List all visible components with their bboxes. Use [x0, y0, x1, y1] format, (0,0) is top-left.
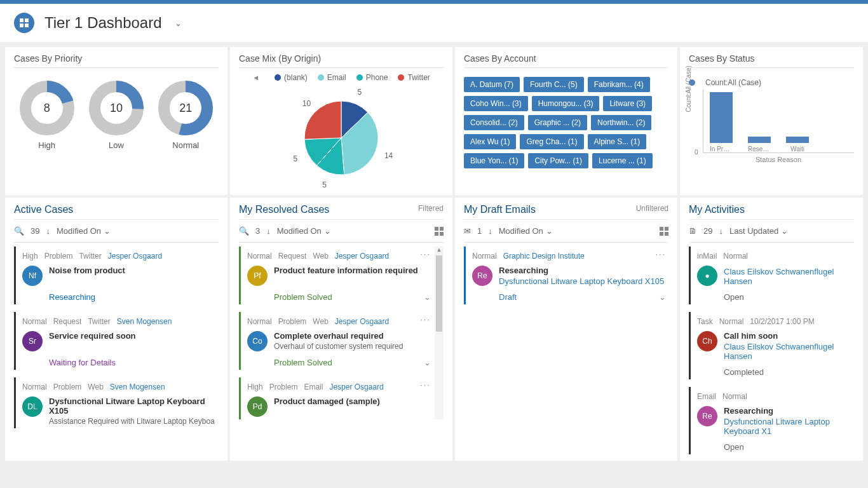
legend-item[interactable]: Email — [318, 73, 346, 82]
item-title: Dysfunctional Litware Laptop Keyboard X1… — [49, 396, 216, 416]
account-tag[interactable]: Greg Cha... (1) — [520, 134, 583, 149]
status-bar[interactable]: Researc... — [748, 137, 771, 152]
item-title: Service required soon — [49, 331, 216, 341]
filter-state[interactable]: Filtered — [418, 204, 444, 213]
view-toggle-icon[interactable] — [660, 227, 668, 236]
list-item[interactable]: ··· NormalProblemWebJesper Osgaard Co Co… — [239, 312, 433, 370]
active-cases-card: Active Cases 🔍 39 ↓ Modified On ⌄ HighPr… — [5, 198, 227, 461]
account-tag[interactable]: Northwin... (2) — [591, 115, 651, 130]
item-meta: NormalRequestWebJesper Osgaard — [247, 252, 431, 261]
more-icon[interactable]: ··· — [655, 249, 666, 259]
more-icon[interactable]: ··· — [420, 380, 431, 390]
account-tag[interactable]: Litware (3) — [603, 96, 652, 111]
chevron-down-icon: ⌄ — [324, 226, 331, 236]
y-axis-label: Count:All (Case) — [685, 65, 692, 112]
sort-field[interactable]: Modified On ⌄ — [277, 226, 331, 236]
owner-link[interactable]: Jesper Osgaard — [335, 252, 389, 261]
item-meta: HighProblemTwitterJesper Osgaard — [22, 252, 216, 261]
item-link[interactable]: Dysfunctional Litware Laptop Keyboard X1… — [499, 276, 666, 286]
account-tag[interactable]: Fabrikam... (4) — [588, 77, 650, 92]
owner-link[interactable]: Sven Mogensen — [117, 317, 172, 326]
account-tag[interactable]: City Pow... (1) — [528, 153, 588, 168]
item-subtitle: Overhaul of customer system required — [274, 342, 431, 351]
sort-direction-icon[interactable]: ↓ — [46, 226, 50, 236]
card-title: Cases By Account — [464, 53, 668, 68]
list-title[interactable]: My Resolved CasesFiltered — [239, 204, 444, 219]
status-bar[interactable]: Waiti — [786, 137, 809, 152]
list-item[interactable]: NormalRequestTwitterSven Mogensen Sr Ser… — [14, 312, 219, 370]
sort-field[interactable]: Modified On ⌄ — [499, 226, 553, 236]
account-tag[interactable]: Alpine S... (1) — [588, 134, 647, 149]
item-link[interactable]: Claus Eilskov Schwanenflugel Hansen — [724, 342, 851, 361]
sort-direction-icon[interactable]: ↓ — [488, 226, 492, 236]
expand-icon[interactable]: ⌄ — [424, 292, 431, 302]
list-item[interactable]: EmailNormal Re ResearchingDysfunctional … — [689, 387, 854, 454]
owner-link[interactable]: Sven Mogensen — [110, 383, 165, 391]
owner-link[interactable]: Jesper Osgaard — [335, 317, 389, 326]
item-link[interactable]: Claus Eilskov Schwanenflugel Hansen — [724, 267, 851, 286]
donut-high[interactable]: 8High — [18, 79, 76, 150]
account-tag[interactable]: Consolid... (2) — [464, 115, 524, 130]
list-item[interactable]: HighProblemTwitterJesper Osgaard Nf Nois… — [14, 247, 219, 304]
mail-icon[interactable]: ✉ — [464, 226, 471, 236]
owner-link[interactable]: Graphic Design Institute — [503, 252, 585, 261]
list-title[interactable]: My Draft EmailsUnfiltered — [464, 204, 668, 219]
donut-normal[interactable]: 21Normal — [157, 79, 214, 150]
list-item[interactable]: ··· NormalGraphic Design Institute Re Re… — [464, 247, 668, 304]
svg-rect-2 — [20, 24, 24, 27]
owner-link[interactable]: Jesper Osgaard — [108, 252, 162, 261]
pie-chart[interactable]: 5145510 — [290, 87, 392, 189]
scrollbar-thumb[interactable] — [436, 255, 442, 332]
legend-item[interactable]: Twitter — [398, 73, 430, 82]
card-title: Cases By Status — [689, 53, 854, 68]
scroll-up-icon[interactable]: ▲ — [435, 247, 444, 253]
filter-icon[interactable]: 🔍 — [239, 226, 249, 236]
sort-direction-icon[interactable]: ↓ — [266, 226, 271, 236]
view-toggle-icon[interactable] — [435, 227, 444, 236]
expand-icon[interactable]: ⌄ — [424, 358, 431, 367]
svg-rect-3 — [25, 24, 29, 27]
page-header: Tier 1 Dashboard ⌄ — [0, 4, 868, 42]
list-item[interactable]: TaskNormal10/2/2017 1:00 PM Ch Call him … — [689, 312, 854, 379]
list-title[interactable]: Active Cases — [14, 204, 219, 219]
owner-link[interactable]: Jesper Osgaard — [329, 383, 383, 391]
item-status: Open — [724, 442, 851, 452]
item-link[interactable]: Dysfunctional Litware Laptop Keyboard X1 — [724, 417, 851, 436]
account-tag[interactable]: Coho Win... (3) — [464, 96, 528, 111]
expand-icon[interactable]: ⌄ — [659, 292, 666, 302]
legend-item[interactable]: (blank) — [275, 73, 308, 82]
sort-field[interactable]: Last Updated ⌄ — [729, 226, 788, 236]
status-bar[interactable]: In Progr... — [710, 92, 733, 152]
list-title[interactable]: My Activities — [689, 204, 854, 219]
account-tag[interactable]: Alex Wu (1) — [464, 134, 516, 149]
list-item[interactable]: inMailNormal ● Claus Eilskov Schwanenflu… — [689, 247, 854, 304]
legend-label: Count:All (Case) — [705, 78, 761, 87]
more-icon[interactable]: ··· — [420, 249, 431, 259]
svg-rect-10 — [435, 227, 438, 231]
account-tag[interactable]: A. Datum (7) — [464, 77, 520, 92]
account-tag[interactable]: Lucerne ... (1) — [592, 153, 653, 168]
legend-item[interactable]: Phone — [356, 73, 388, 82]
list-item[interactable]: ··· NormalRequestWebJesper Osgaard Pf Pr… — [239, 247, 433, 304]
dashboard-selector-chevron-icon[interactable]: ⌄ — [175, 18, 182, 28]
account-tag[interactable]: Humongou... (3) — [532, 96, 600, 111]
list-item[interactable]: ··· HighProblemEmailJesper Osgaard Pd Pr… — [239, 377, 433, 419]
list-item[interactable]: NormalProblemWebSven Mogensen DL Dysfunc… — [14, 377, 219, 428]
pie-back-icon[interactable]: ◄ — [252, 74, 259, 81]
avatar: Nf — [22, 266, 43, 286]
account-tag[interactable]: Graphic ... (2) — [528, 115, 587, 130]
more-icon[interactable]: ··· — [420, 315, 431, 324]
activity-icon[interactable]: 🗎 — [689, 226, 697, 236]
scrollbar[interactable]: ▲ — [435, 247, 444, 419]
sort-direction-icon[interactable]: ↓ — [719, 226, 723, 236]
filter-icon[interactable]: 🔍 — [14, 226, 24, 236]
svg-rect-12 — [435, 232, 438, 236]
account-tag[interactable]: Fourth C... (5) — [524, 77, 584, 92]
account-tag[interactable]: Blue Yon... (1) — [464, 153, 524, 168]
cases-by-account-card: Cases By Account A. Datum (7)Fourth C...… — [455, 47, 677, 195]
item-title: Product feature information required — [274, 266, 431, 275]
sort-field[interactable]: Modified On ⌄ — [57, 226, 111, 236]
filter-state[interactable]: Unfiltered — [636, 204, 668, 213]
donut-low[interactable]: 10Low — [88, 79, 145, 150]
record-count: 3 — [255, 226, 260, 236]
